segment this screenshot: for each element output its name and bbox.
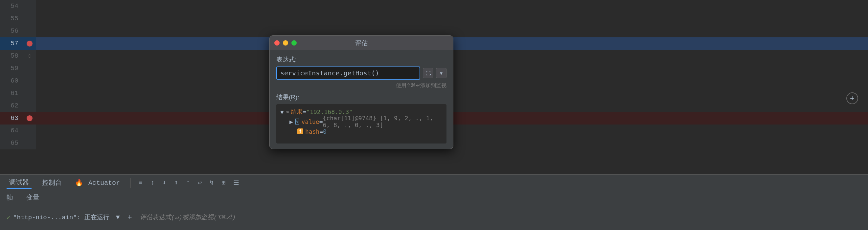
- line-gutter-61: [23, 87, 36, 100]
- toolbar-table-icon[interactable]: ⊞: [221, 179, 225, 187]
- tree-root-val: "192.168.0.3": [306, 109, 352, 115]
- line-number-54: 54: [0, 0, 23, 12]
- line-number-57: 57: [0, 37, 23, 50]
- toolbar-divider-1: [130, 178, 131, 188]
- eval-expand-button[interactable]: [423, 68, 433, 78]
- eval-dropdown-button[interactable]: ▾: [436, 68, 446, 78]
- line-gutter-63: [23, 112, 36, 124]
- eval-dialog-title: 评估: [355, 39, 368, 47]
- toolbar-drop-icon[interactable]: ↩: [198, 179, 202, 187]
- tree-hash-field-icon: f: [297, 128, 303, 134]
- tab-debugger[interactable]: 调试器: [7, 177, 32, 189]
- tree-value-val: {char[11]@9748} [1, 9, 2, ., 1, 6, 8, .,…: [322, 115, 442, 128]
- tree-infinity-icon: ∞: [286, 109, 289, 115]
- eval-result-tree: ▼ ∞ 结果 = "192.168.0.3" ▶ v value = {char…: [276, 104, 446, 144]
- expr-hint: 评估表达式(↵)或添加监视(⌥⌘⎇): [140, 213, 236, 222]
- actuator-label: Actuator: [88, 179, 120, 187]
- frame-status-item: ✓ "http-nio-...ain": 正在运行: [7, 213, 110, 222]
- toolbar-step-over-icon[interactable]: ↕: [151, 179, 154, 186]
- eval-input-row: ▾: [276, 67, 446, 80]
- close-button[interactable]: [274, 40, 280, 45]
- line-content-56: ServiceInstance serviceInstance = this.c…: [36, 25, 868, 37]
- minimize-button[interactable]: [283, 40, 288, 45]
- bottom-panel: 帧 变量 ✓ "http-nio-...ain": 正在运行 ▼ + 评估表达式…: [0, 191, 868, 230]
- tab-console[interactable]: 控制台: [39, 177, 64, 188]
- tree-hash-eq: =: [319, 128, 323, 135]
- line-gutter-64: [23, 124, 36, 137]
- eval-titlebar: 评估: [270, 36, 453, 50]
- line-number-59: 59: [0, 62, 23, 75]
- panel-tab-frames[interactable]: 帧: [7, 191, 13, 204]
- tree-value-type-icon: v: [295, 119, 300, 124]
- tree-value-row: ▶ v value = {char[11]@9748} [1, 9, 2, .,…: [289, 117, 442, 126]
- tree-value-key: value: [301, 118, 319, 125]
- panel-tab-vars[interactable]: 变量: [26, 191, 39, 204]
- code-line-54: 54 lifecycle.onStart(lbRequest);: [0, 0, 868, 12]
- tree-value-eq: =: [319, 118, 323, 125]
- toolbar-step-into-icon[interactable]: ⬇: [162, 179, 166, 187]
- tree-collapse-icon[interactable]: ▼: [280, 109, 284, 115]
- toolbar-step-out-icon[interactable]: ⬆: [174, 179, 178, 187]
- tree-hash-key: hash: [305, 128, 319, 135]
- toolbar-align-icon[interactable]: ≡: [138, 179, 143, 186]
- frame-text: "http-nio-...ain": 正在运行: [13, 213, 110, 222]
- eval-hint: 使用⇧⌘↵添加到监视: [276, 82, 446, 89]
- line-gutter-55: [23, 12, 36, 25]
- line-number-64: 64: [0, 124, 23, 137]
- eval-expr-label: 表达式:: [276, 55, 446, 64]
- tree-root-key: 结果: [291, 108, 303, 116]
- line-number-55: 55: [0, 12, 23, 25]
- line-gutter-59: [23, 62, 36, 75]
- panel-content: ✓ "http-nio-...ain": 正在运行 ▼ + 评估表达式(↵)或添…: [0, 204, 868, 230]
- line-gutter-54: [23, 0, 36, 12]
- line-content-55: });: [36, 12, 868, 25]
- eval-result-label: 结果(R):: [276, 93, 446, 102]
- line-gutter-58: [23, 50, 36, 62]
- line-gutter-57: [23, 37, 36, 50]
- tab-actuator[interactable]: 🔥 Actuator: [72, 177, 123, 188]
- maximize-button[interactable]: [291, 40, 297, 45]
- breakpoint-63[interactable]: [27, 115, 33, 121]
- toolbar-resume-icon[interactable]: ↑: [186, 179, 190, 186]
- add-expression-button[interactable]: +: [126, 212, 133, 223]
- check-icon: ✓: [7, 213, 10, 222]
- line-number-62: 62: [0, 100, 23, 112]
- line-gutter-60: [23, 75, 36, 87]
- eval-expression-input[interactable]: [276, 67, 420, 80]
- filter-icon[interactable]: ▼: [116, 214, 120, 221]
- line-gutter-65: [23, 137, 36, 149]
- toolbar-list-icon[interactable]: ☰: [233, 179, 239, 187]
- line-content-54: lifecycle.onStart(lbRequest);: [36, 0, 868, 12]
- line-gutter-56: [23, 25, 36, 37]
- line-number-63: 63: [0, 112, 23, 124]
- tree-root-eq: =: [303, 109, 306, 115]
- bottom-toolbar: 调试器 控制台 🔥 Actuator ≡ ↕ ⬇ ⬆ ↑ ↩ ↯ ⊞ ☰: [0, 174, 868, 191]
- line-number-58: 58: [0, 50, 23, 62]
- add-watch-button[interactable]: +: [846, 92, 858, 104]
- traffic-lights: [274, 40, 297, 45]
- actuator-flame-icon: 🔥: [75, 179, 83, 187]
- line-number-56: 56: [0, 25, 23, 37]
- tree-value-expand-icon[interactable]: ▶: [289, 118, 293, 125]
- panel-tabs: 帧 变量: [0, 191, 868, 204]
- line-number-60: 60: [0, 75, 23, 87]
- toolbar-run-cursor-icon[interactable]: ↯: [210, 179, 214, 187]
- eval-dialog: 评估 表达式: ▾ 使用⇧⌘↵添加到监视 结果(R): ▼ ∞ 结果 = "19…: [270, 35, 454, 149]
- line-number-61: 61: [0, 87, 23, 100]
- breakpoint-57[interactable]: [27, 41, 33, 46]
- eval-body: 表达式: ▾ 使用⇧⌘↵添加到监视 结果(R): ▼ ∞ 结果 = "192.1…: [270, 50, 453, 149]
- tree-hash-val: 0: [323, 128, 327, 135]
- line-number-65: 65: [0, 137, 23, 149]
- code-line-55: 55 });: [0, 12, 868, 25]
- line-gutter-62: [23, 100, 36, 112]
